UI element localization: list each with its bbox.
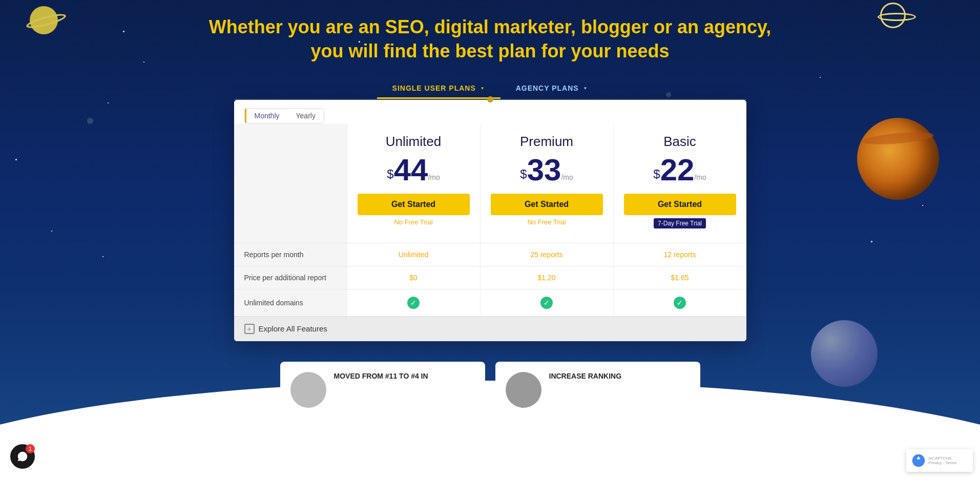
tab-agency-arrow: ▼: [583, 86, 588, 91]
chat-bubble[interactable]: 1: [10, 444, 35, 469]
testimonial-text-1: MOVED FROM #11 TO #4 IN: [334, 372, 428, 380]
reports-unlimited: Unlimited: [347, 243, 480, 266]
testimonial-card-1: MOVED FROM #11 TO #4 IN: [280, 362, 485, 418]
avatar-2: [506, 372, 541, 408]
check-icon-basic: ✓: [674, 297, 686, 309]
plan-premium-per: /mo: [561, 173, 573, 181]
recaptcha-badge: reCAPTCHA Privacy - Terms: [906, 449, 973, 472]
billing-yearly[interactable]: Yearly: [288, 109, 324, 123]
tab-dropdown-arrow: ▼: [481, 86, 485, 91]
explore-plus-icon: +: [244, 324, 255, 334]
avatar-1: [290, 372, 326, 408]
plan-unlimited-amount: 44: [394, 155, 428, 185]
unlimited-trial-text: No Free Trial: [358, 218, 470, 226]
plan-basic-dollar: $: [653, 167, 660, 181]
btn-get-started-unlimited[interactable]: Get Started: [358, 194, 470, 215]
plan-basic-price-row: $ 22 /mo: [624, 155, 736, 185]
plan-basic-amount: 22: [660, 155, 695, 185]
reports-basic: 12 reports: [613, 243, 746, 266]
basic-trial-badge: 7-Day Free Trial: [654, 218, 706, 228]
testimonial-text-2: INCREASE RANKING: [549, 372, 622, 380]
check-icon-unlimited: ✓: [407, 297, 420, 309]
plan-basic-name: Basic: [624, 134, 736, 150]
explore-label: Explore All Features: [259, 324, 327, 333]
explore-spacer-1: [347, 317, 480, 341]
chat-badge: 1: [26, 444, 35, 453]
feature-reports-label: Reports per month: [234, 243, 347, 266]
plan-premium-dollar: $: [520, 167, 527, 181]
explore-spacer-2: [480, 317, 613, 341]
explore-all-features-btn[interactable]: + Explore All Features: [234, 317, 347, 341]
feature-domains-label: Unlimited domains: [234, 289, 347, 316]
explore-row: + Explore All Features: [234, 316, 746, 341]
billing-row: Monthly Yearly: [234, 100, 746, 123]
testimonial-cards: MOVED FROM #11 TO #4 IN INCREASE RANKING: [10, 362, 970, 418]
tab-dot: [487, 96, 493, 102]
billing-toggle: Monthly Yearly: [244, 108, 324, 123]
tab-line: [234, 99, 746, 100]
plan-unlimited-price-row: $ 44 /mo: [358, 155, 470, 185]
feature-price-label: Price per additional report: [234, 266, 347, 289]
recaptcha-label: reCAPTCHA: [928, 456, 956, 461]
feature-col-header: [234, 123, 347, 243]
page-content: Whether you are an SEO, digital marketer…: [0, 0, 980, 341]
plan-unlimited-dollar: $: [387, 167, 393, 181]
price-additional-unlimited: $0: [347, 266, 480, 289]
plans-grid: Unlimited $ 44 /mo Get Started No Free T…: [234, 123, 746, 316]
price-additional-premium: $1.20: [480, 266, 613, 289]
plan-premium-name: Premium: [491, 134, 603, 150]
plan-premium-price-row: $ 33 /mo: [491, 155, 603, 185]
plan-unlimited-per: /mo: [428, 173, 440, 181]
domains-unlimited: ✓: [347, 289, 480, 316]
recaptcha-content: reCAPTCHA Privacy - Terms: [911, 453, 968, 468]
chat-icon: [17, 451, 28, 462]
plan-basic-per: /mo: [694, 173, 706, 181]
pricing-container: Monthly Yearly Unlimited $ 44 /mo Get St…: [234, 100, 746, 341]
plan-unlimited: Unlimited $ 44 /mo Get Started No Free T…: [347, 123, 480, 243]
reports-premium: 25 reports: [480, 243, 613, 266]
bottom-section: MOVED FROM #11 TO #4 IN INCREASE RANKING: [0, 362, 980, 418]
explore-spacer-3: [613, 317, 746, 341]
premium-trial-text: No Free Trial: [491, 218, 603, 226]
recaptcha-icon: [911, 453, 926, 468]
tab-agency[interactable]: AGENCY PLANS ▼: [501, 79, 603, 99]
domains-basic: ✓: [613, 289, 746, 316]
hero-title-line1: Whether you are an SEO, digital marketer…: [209, 16, 772, 37]
plan-premium-amount: 33: [527, 155, 561, 185]
plan-unlimited-name: Unlimited: [358, 134, 470, 150]
btn-get-started-premium[interactable]: Get Started: [491, 194, 603, 215]
testimonial-title-2: INCREASE RANKING: [549, 372, 622, 380]
billing-monthly[interactable]: Monthly: [245, 109, 288, 123]
testimonial-title-1: MOVED FROM #11 TO #4 IN: [334, 372, 428, 380]
domains-premium: ✓: [480, 289, 613, 316]
hero-title-line2: you will find the best plan for your nee…: [310, 40, 669, 61]
testimonial-card-2: INCREASE RANKING: [495, 362, 700, 418]
tab-single-user[interactable]: SINGLE USER PLANS ▼: [377, 79, 501, 99]
plan-premium: Premium $ 33 /mo Get Started No Free Tri…: [480, 123, 613, 243]
recaptcha-terms: Privacy - Terms: [928, 461, 956, 465]
check-icon-premium: ✓: [540, 297, 553, 309]
hero-title: Whether you are an SEO, digital marketer…: [10, 15, 970, 64]
btn-get-started-basic[interactable]: Get Started: [624, 194, 736, 215]
plan-basic: Basic $ 22 /mo Get Started 7-Day Free Tr…: [613, 123, 746, 243]
price-additional-basic: $1.65: [613, 266, 746, 289]
